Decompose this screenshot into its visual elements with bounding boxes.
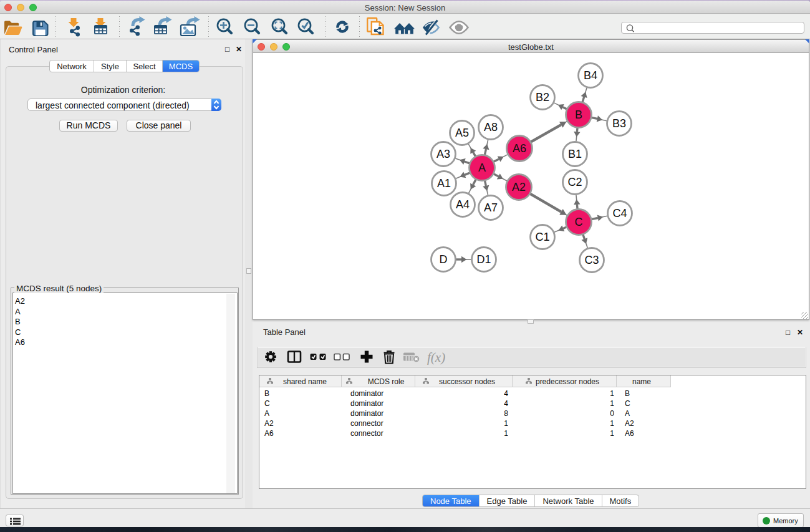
svg-text:C: C: [575, 216, 583, 228]
svg-text:C2: C2: [567, 176, 582, 188]
svg-text:f(x): f(x): [427, 350, 445, 365]
svg-text:A: A: [478, 162, 486, 174]
svg-text:C3: C3: [584, 254, 599, 266]
svg-text:successor nodes: successor nodes: [439, 377, 495, 386]
svg-text:D: D: [440, 253, 448, 266]
svg-text:A3: A3: [436, 148, 450, 160]
svg-text:A1: A1: [437, 177, 451, 190]
svg-text:shared name: shared name: [283, 377, 327, 386]
svg-text:A2: A2: [512, 181, 526, 193]
svg-text:B: B: [575, 109, 582, 121]
svg-text:A4: A4: [456, 198, 470, 211]
svg-text:name: name: [632, 377, 651, 386]
svg-text:A5: A5: [455, 127, 469, 139]
svg-text:C4: C4: [612, 207, 627, 220]
svg-text:B2: B2: [536, 91, 549, 104]
svg-text:D1: D1: [476, 253, 491, 266]
svg-text:predecessor nodes: predecessor nodes: [536, 377, 599, 386]
svg-text:B1: B1: [568, 148, 582, 160]
svg-text:B3: B3: [612, 117, 626, 130]
svg-text:A8: A8: [484, 121, 498, 133]
svg-text:B4: B4: [584, 69, 597, 82]
svg-text:A7: A7: [484, 201, 498, 214]
svg-text:MCDS role: MCDS role: [368, 377, 405, 386]
svg-text:C1: C1: [535, 231, 549, 243]
svg-text:A6: A6: [513, 142, 526, 155]
